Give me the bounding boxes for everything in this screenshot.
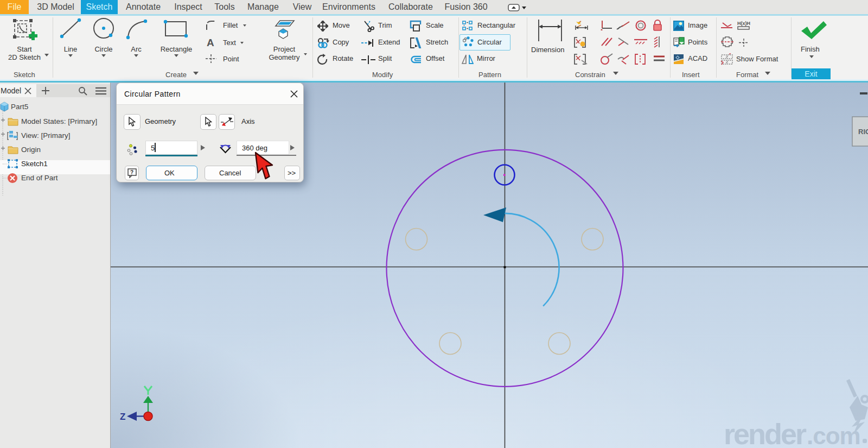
- svg-text:H(x)H: H(x)H: [737, 21, 750, 26]
- svg-text:?: ?: [130, 169, 133, 175]
- svg-text:Z: Z: [120, 412, 125, 422]
- svg-text:End of Part: End of Part: [21, 174, 58, 182]
- svg-text:RIG: RIG: [858, 128, 868, 136]
- svg-text:Part5: Part5: [11, 103, 28, 111]
- svg-text:Origin: Origin: [21, 146, 41, 154]
- svg-text:Model States: [Primary]: Model States: [Primary]: [21, 117, 97, 125]
- svg-text:Sketch1: Sketch1: [21, 160, 48, 168]
- svg-text:View: [Primary]: View: [Primary]: [21, 131, 71, 140]
- svg-text:render: render: [724, 418, 807, 448]
